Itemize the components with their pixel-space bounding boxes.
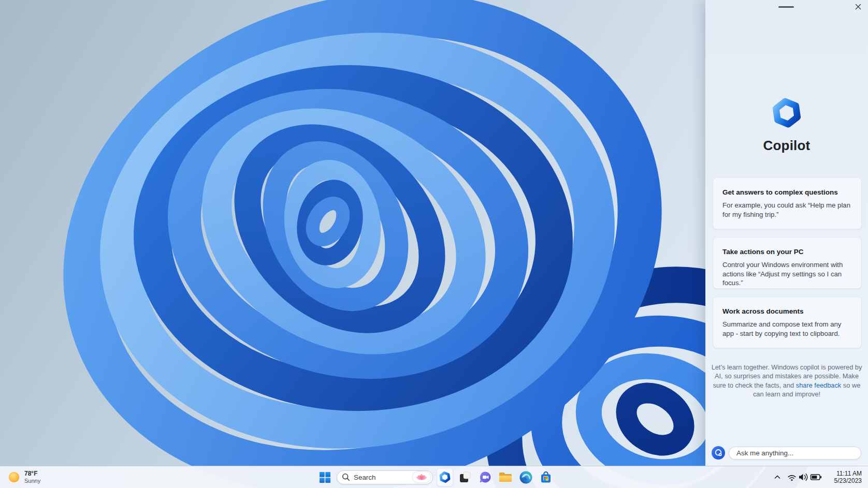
copilot-card-answers: Get answers to complex questions For exa… <box>713 178 862 229</box>
file-explorer-button[interactable] <box>497 468 514 486</box>
search-box[interactable]: Search <box>337 470 433 484</box>
close-button[interactable] <box>852 2 864 11</box>
copilot-panel: Copilot Get answers to complex questions… <box>705 0 868 466</box>
search-icon <box>342 473 350 481</box>
copilot-title: Copilot <box>705 138 868 154</box>
task-view-button[interactable] <box>457 468 473 486</box>
clock[interactable]: 11:11 AM 5/23/2023 <box>829 470 862 484</box>
edge-button[interactable] <box>517 468 534 486</box>
card-body: Control your Windows environment with ac… <box>722 260 852 288</box>
quick-settings-button[interactable] <box>785 468 824 486</box>
tray-chevron-button[interactable] <box>772 468 783 486</box>
start-button[interactable] <box>316 468 333 486</box>
disclaimer-text: Let’s learn together. Windows copilot is… <box>711 363 863 399</box>
chat-button[interactable] <box>477 468 494 486</box>
copilot-card-actions: Take actions on your PC Control your Win… <box>713 237 862 289</box>
edge-icon <box>519 471 532 484</box>
ask-input[interactable] <box>729 447 861 460</box>
share-feedback-link[interactable]: share feedback <box>796 381 842 389</box>
task-view-icon <box>459 471 471 483</box>
lotus-flower-icon <box>416 473 427 481</box>
chat-icon <box>479 471 491 483</box>
search-label: Search <box>354 474 412 481</box>
battery-icon <box>810 472 822 482</box>
taskbar: 78°F Sunny Search <box>0 466 868 488</box>
copilot-logo-icon <box>771 97 803 129</box>
wifi-icon <box>786 472 798 482</box>
minimize-icon <box>778 6 794 8</box>
store-button[interactable] <box>538 468 554 486</box>
copilot-avatar-icon <box>712 446 725 460</box>
weather-temperature: 78°F <box>24 470 40 477</box>
card-heading: Get answers to complex questions <box>722 188 852 196</box>
minimize-button[interactable] <box>772 2 801 11</box>
folder-icon <box>499 471 512 483</box>
card-heading: Take actions on your PC <box>722 248 852 256</box>
card-body: For example, you could ask “Help me plan… <box>722 201 852 219</box>
tray-time: 11:11 AM <box>829 470 862 477</box>
copilot-icon <box>439 471 451 483</box>
weather-condition: Sunny <box>24 478 40 484</box>
windows-logo-icon <box>320 472 330 483</box>
search-highlight <box>412 471 431 483</box>
volume-icon <box>798 472 810 482</box>
taskbar-copilot-button[interactable] <box>437 468 453 486</box>
copilot-card-documents: Work across documents Summarize and comp… <box>713 297 862 348</box>
sun-icon <box>8 471 20 483</box>
tray-date: 5/23/2023 <box>829 477 862 484</box>
card-heading: Work across documents <box>722 307 852 315</box>
chevron-up-icon <box>773 474 782 481</box>
card-body: Summarize and compose text from any app … <box>722 320 852 338</box>
weather-widget[interactable]: 78°F Sunny <box>5 466 44 488</box>
microsoft-store-icon <box>539 470 553 484</box>
close-icon <box>855 3 862 10</box>
